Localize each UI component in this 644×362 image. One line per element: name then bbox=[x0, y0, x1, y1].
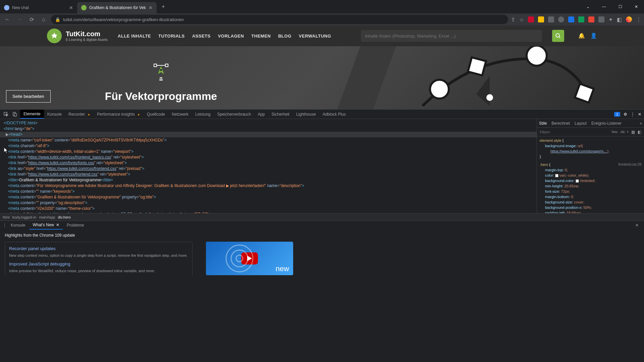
site-search[interactable] bbox=[361, 30, 542, 42]
nav-item[interactable]: BLOG bbox=[278, 34, 291, 39]
nav-item[interactable]: ALLE INHALTE bbox=[118, 34, 151, 39]
browser-tab[interactable]: Grafiken & Illustrationen für Vek✕ bbox=[77, 2, 157, 13]
forward-button[interactable]: → bbox=[15, 15, 24, 24]
dom-node[interactable]: <meta content="width=device-width, initi… bbox=[0, 149, 537, 155]
chevron-down-icon[interactable]: ⌄ bbox=[580, 1, 596, 12]
ext-icon-globe[interactable] bbox=[558, 16, 564, 22]
close-tab-icon[interactable]: ✕ bbox=[56, 223, 59, 227]
gear-icon[interactable]: ⚙ bbox=[624, 112, 627, 117]
dom-node[interactable]: <meta name="csrf-token" content="dliiRoE… bbox=[0, 137, 537, 143]
extensions-icon[interactable]: ✦ bbox=[608, 16, 613, 23]
dom-node[interactable]: <title>Grafiken & Illustrationen für Vek… bbox=[0, 177, 537, 183]
devtools-tab[interactable]: Sicherheit bbox=[268, 110, 293, 119]
close-drawer-icon[interactable]: ✕ bbox=[633, 223, 641, 228]
abp-icon[interactable] bbox=[528, 16, 534, 22]
dom-node[interactable]: <meta content="" property="og:descriptio… bbox=[0, 200, 537, 206]
device-icon[interactable] bbox=[11, 111, 18, 118]
reload-button[interactable]: ⟳ bbox=[27, 15, 36, 24]
styles-panel-icon2[interactable]: ◧ bbox=[638, 130, 641, 134]
card-title[interactable]: Recorder panel updates bbox=[9, 246, 188, 251]
card-title[interactable]: Improved JavaScript debugging bbox=[9, 261, 188, 266]
styles-tab[interactable]: Ereignis-Listener bbox=[591, 121, 622, 126]
tab-close-icon[interactable]: ✕ bbox=[149, 5, 153, 10]
dom-node[interactable]: <html lang="de"> bbox=[0, 126, 537, 132]
dom-node[interactable]: <meta content="Grafiken & Illustrationen… bbox=[0, 194, 537, 200]
nav-item[interactable]: THEMEN bbox=[251, 34, 271, 39]
ext-icon-blue[interactable] bbox=[568, 16, 574, 22]
close-icon[interactable]: ✕ bbox=[629, 1, 644, 12]
breadcrumb-item[interactable]: body.logged-in bbox=[12, 215, 36, 219]
dom-node[interactable]: <!DOCTYPE html> bbox=[0, 120, 537, 126]
menu-icon[interactable]: ⋮ bbox=[636, 16, 641, 23]
breadcrumb-item[interactable]: html bbox=[3, 215, 10, 219]
filter-control[interactable]: + bbox=[627, 130, 629, 134]
user-icon[interactable]: 👤 bbox=[590, 33, 597, 39]
kebab-icon[interactable]: ⋮ bbox=[631, 112, 635, 117]
devtools-tab[interactable]: Elemente bbox=[20, 110, 44, 119]
dom-node[interactable]: <meta content="Für Vektorprogramme wie A… bbox=[0, 183, 537, 189]
drawer-tab[interactable]: Probleme bbox=[63, 221, 87, 230]
devtools-tab[interactable]: App bbox=[254, 110, 268, 119]
share-icon[interactable]: ⇪ bbox=[511, 16, 515, 23]
devtools-tab[interactable]: Lighthouse bbox=[293, 110, 319, 119]
ext-icon-gray[interactable] bbox=[548, 16, 554, 22]
dom-node[interactable]: <meta content="#2e2d30" name="theme-colo… bbox=[0, 206, 537, 212]
devtools-tab[interactable]: Netzwerk bbox=[168, 110, 192, 119]
nav-item[interactable]: ASSETS bbox=[192, 34, 211, 39]
nav-item[interactable]: VORLAGEN bbox=[218, 34, 244, 39]
breadcrumb-item[interactable]: div.hero bbox=[58, 215, 70, 219]
home-button[interactable]: ⌂ bbox=[39, 15, 48, 24]
whats-new-video[interactable]: new bbox=[206, 242, 293, 275]
dom-node[interactable]: <meta content="" name="keywords"> bbox=[0, 189, 537, 194]
styles-tab[interactable]: Berechnet bbox=[551, 121, 570, 126]
sidepanel-icon[interactable]: ◧ bbox=[617, 16, 622, 23]
maximize-icon[interactable]: ☐ bbox=[612, 1, 628, 12]
drawer-tab[interactable]: Konsole bbox=[7, 221, 29, 230]
back-button[interactable]: ← bbox=[3, 15, 12, 24]
site-logo[interactable]: TutKit.com E-Learning & digitale Assets bbox=[47, 28, 108, 43]
dom-breadcrumb[interactable]: html body.logged-in main#app div.hero bbox=[0, 213, 644, 221]
search-button[interactable] bbox=[552, 30, 564, 42]
browser-tab[interactable]: New chat✕ bbox=[0, 2, 77, 13]
devtools-tab[interactable]: Adblock Plus bbox=[319, 110, 349, 119]
issues-badge[interactable]: 1 bbox=[614, 112, 620, 117]
dom-node[interactable]: <link href="https://www.tutkit.com/css/f… bbox=[0, 172, 537, 177]
ext-icon-cam[interactable] bbox=[598, 16, 604, 22]
styles-tab[interactable]: Layout bbox=[575, 121, 587, 126]
ext-icon-red[interactable] bbox=[588, 16, 594, 22]
drawer-menu-icon[interactable]: ⋮ bbox=[3, 223, 7, 228]
profile-avatar[interactable] bbox=[626, 16, 632, 22]
devtools-tab[interactable]: Quellcode bbox=[144, 110, 168, 119]
dom-node[interactable]: <link href="https://www.tutkit.com/fonts… bbox=[0, 160, 537, 166]
filter-control[interactable]: :hov bbox=[611, 130, 618, 134]
dom-node[interactable]: <link as="style" href="https://www.tutki… bbox=[0, 166, 537, 172]
styles-rules[interactable]: element.style {background-image: url(htt… bbox=[537, 136, 644, 213]
address-bar[interactable]: 🔒 tutkit.com/de/software/vektorprogramme… bbox=[51, 15, 508, 24]
devtools-tab[interactable]: Speicherverbrauch bbox=[214, 110, 254, 119]
dom-tree[interactable]: <!DOCTYPE html> <html lang="de"> ▶<head>… bbox=[0, 119, 537, 213]
filter-control[interactable]: .cls bbox=[620, 130, 625, 134]
devtools-tab[interactable]: Performance insights bbox=[94, 110, 144, 119]
dom-node[interactable]: <meta charset="utf-8"> bbox=[0, 143, 537, 149]
new-tab-button[interactable]: + bbox=[159, 2, 168, 11]
styles-filter-input[interactable] bbox=[540, 130, 608, 134]
styles-panel-icon[interactable]: ▦ bbox=[631, 130, 635, 134]
breadcrumb-item[interactable]: main#app bbox=[39, 215, 55, 219]
more-icon[interactable]: » bbox=[640, 121, 642, 126]
bell-icon[interactable]: 🔔 bbox=[578, 33, 585, 39]
drawer-tab[interactable]: What's New ✕ bbox=[29, 221, 63, 230]
minimize-icon[interactable]: — bbox=[596, 1, 612, 12]
css-rule[interactable]: .hero {frontend.css:28margin-top: 0;colo… bbox=[540, 162, 641, 213]
nav-item[interactable]: VERWALTUNG bbox=[299, 34, 331, 39]
star-icon[interactable]: ☆ bbox=[519, 16, 524, 23]
devtools-tab[interactable]: Recorder bbox=[65, 110, 94, 119]
devtools-tab[interactable]: Leistung bbox=[192, 110, 214, 119]
close-devtools-icon[interactable]: ✕ bbox=[638, 112, 641, 117]
dom-node[interactable]: ▶<head> bbox=[0, 132, 537, 137]
inspect-icon[interactable] bbox=[3, 111, 9, 118]
tab-close-icon[interactable]: ✕ bbox=[69, 5, 73, 10]
css-rule[interactable]: element.style {background-image: url(htt… bbox=[540, 138, 641, 159]
whats-new-card[interactable]: Recorder panel updatesNew step context m… bbox=[5, 242, 193, 275]
dom-node[interactable]: <link href="https://www.tutkit.com/css/f… bbox=[0, 155, 537, 160]
styles-tab[interactable]: Stile bbox=[539, 121, 547, 126]
